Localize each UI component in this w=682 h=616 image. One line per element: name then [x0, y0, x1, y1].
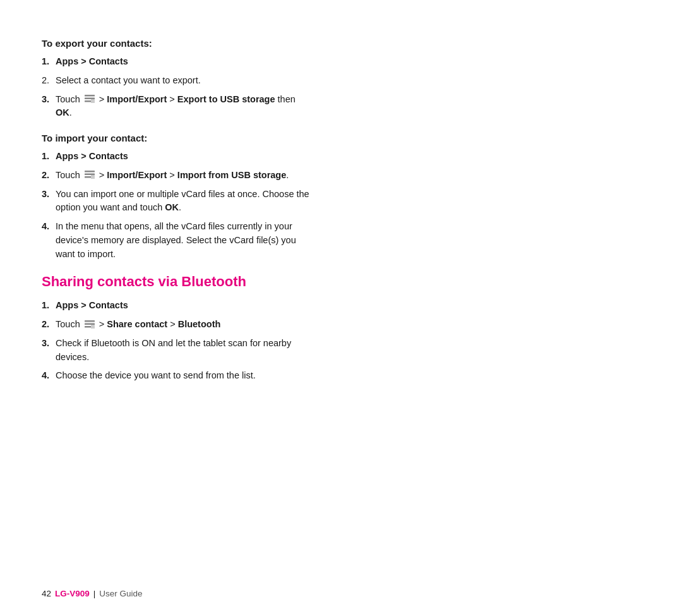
step-number: 3.	[42, 337, 56, 351]
bluetooth-step-1: 1. Apps > Contacts	[42, 299, 312, 313]
bold-text: Share contact	[107, 319, 167, 329]
footer-page-number: 42	[42, 589, 51, 598]
step-content: Touch > Import/Export > Export to USB st…	[56, 93, 312, 121]
export-step-1: 1. Apps > Contacts	[42, 55, 312, 69]
step-number: 2.	[42, 169, 56, 183]
menu-icon	[84, 94, 95, 104]
footer: 42 LG-V909 | User Guide	[42, 589, 143, 598]
step-text: Apps > Contacts	[56, 56, 128, 66]
import-list: 1. Apps > Contacts 2. Touch > Import/Exp…	[42, 150, 312, 261]
step-text: Apps > Contacts	[56, 300, 128, 310]
footer-divider: |	[93, 589, 96, 598]
export-heading: To export your contacts:	[42, 38, 312, 49]
footer-brand: LG-V909	[55, 589, 90, 598]
step-number: 1.	[42, 299, 56, 313]
svg-rect-1	[85, 98, 95, 100]
bluetooth-step-3: 3. Check if Bluetooth is ON and let the …	[42, 337, 312, 365]
svg-rect-3	[91, 99, 95, 103]
page-content: To export your contacts: 1. Apps > Conta…	[0, 0, 354, 421]
menu-icon	[84, 170, 95, 179]
bluetooth-step-2: 2. Touch > Share contact > Bluetooth	[42, 318, 312, 332]
step-content: Choose the device you want to send from …	[56, 369, 312, 383]
bluetooth-heading: Sharing contacts via Bluetooth	[42, 274, 312, 290]
bold-text: Import/Export	[107, 94, 167, 104]
svg-rect-0	[85, 95, 95, 97]
step-content: Select a contact you want to export.	[56, 74, 312, 88]
step-content: Touch > Import/Export > Import from USB …	[56, 169, 312, 183]
svg-rect-11	[91, 325, 95, 329]
step-content: You can import one or multiple vCard fil…	[56, 188, 312, 215]
import-step-2: 2. Touch > Import/Export > Import from U…	[42, 169, 312, 183]
step-number: 4.	[42, 369, 56, 383]
bold-text: OK	[165, 202, 179, 212]
svg-rect-7	[91, 175, 95, 179]
step-text: Apps > Contacts	[56, 151, 128, 161]
step-number: 3.	[42, 188, 56, 202]
bold-text: Import from USB storage	[177, 170, 286, 180]
svg-rect-5	[85, 174, 95, 176]
bold-text: OK	[56, 107, 69, 118]
import-heading: To import your contact:	[42, 133, 312, 143]
step-number: 4.	[42, 220, 56, 234]
menu-icon	[84, 320, 95, 329]
import-step-1: 1. Apps > Contacts	[42, 150, 312, 164]
import-section: To import your contact: 1. Apps > Contac…	[42, 133, 312, 261]
step-content: Apps > Contacts	[56, 150, 312, 164]
svg-rect-8	[85, 320, 95, 322]
step-content: In the menu that opens, all the vCard fi…	[56, 220, 312, 261]
bluetooth-section: Sharing contacts via Bluetooth 1. Apps >…	[42, 274, 312, 383]
bluetooth-step-4: 4. Choose the device you want to send fr…	[42, 369, 312, 383]
export-step-3: 3. Touch > Import/Export > Export to USB…	[42, 93, 312, 121]
step-number: 1.	[42, 150, 56, 164]
export-list: 1. Apps > Contacts 2. Select a contact y…	[42, 55, 312, 120]
import-step-3: 3. You can import one or multiple vCard …	[42, 188, 312, 215]
bold-text: Export to USB storage	[177, 94, 275, 104]
bluetooth-list: 1. Apps > Contacts 2. Touch > Share cont…	[42, 299, 312, 383]
step-number: 1.	[42, 55, 56, 69]
bold-text: Bluetooth	[178, 319, 221, 329]
step-content: Touch > Share contact > Bluetooth	[56, 318, 312, 332]
footer-guide: User Guide	[99, 589, 142, 598]
svg-rect-4	[85, 171, 95, 172]
step-number: 2.	[42, 74, 56, 88]
export-step-2: 2. Select a contact you want to export.	[42, 74, 312, 88]
step-content: Check if Bluetooth is ON and let the tab…	[56, 337, 312, 365]
step-content: Apps > Contacts	[56, 55, 312, 69]
bold-text: Import/Export	[107, 170, 167, 180]
import-step-4: 4. In the menu that opens, all the vCard…	[42, 220, 312, 261]
step-number: 3.	[42, 93, 56, 107]
export-section: To export your contacts: 1. Apps > Conta…	[42, 38, 312, 120]
step-number: 2.	[42, 318, 56, 332]
step-content: Apps > Contacts	[56, 299, 312, 313]
svg-rect-9	[85, 323, 95, 325]
